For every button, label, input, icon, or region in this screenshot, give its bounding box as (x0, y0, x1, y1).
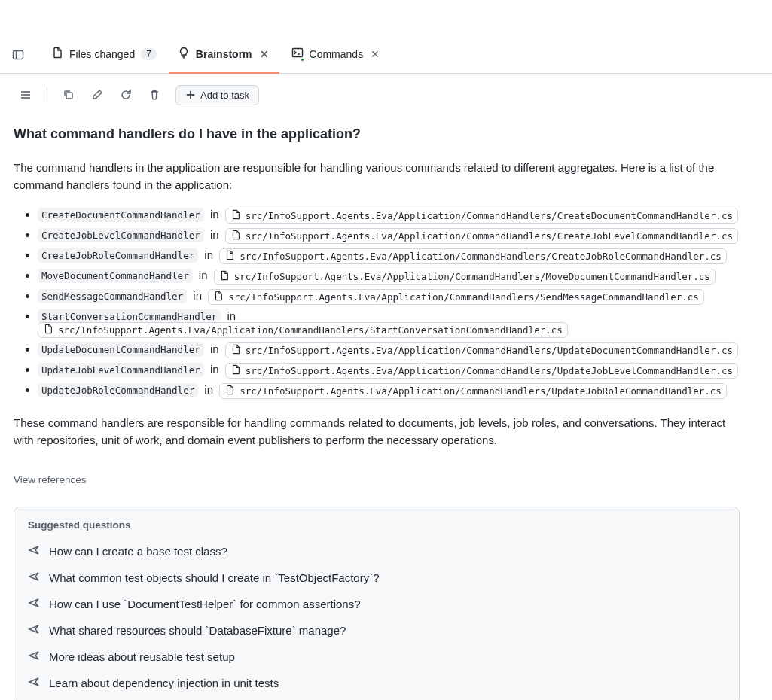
file-path: src/InfoSupport.Agents.Eva/Application/C… (58, 324, 563, 336)
lightbulb-icon (178, 47, 190, 61)
suggestion-text: How can I use `DocumentTestHelper` for c… (49, 598, 361, 610)
intro-paragraph: The command handlers in the application … (14, 159, 740, 194)
file-chip[interactable]: src/InfoSupport.Agents.Eva/Application/C… (208, 289, 704, 305)
suggestion-item[interactable]: More ideas about reusable test setup (28, 644, 725, 670)
outro-paragraph: These command handlers are responsible f… (14, 414, 740, 449)
file-icon (43, 324, 53, 336)
handler-item: UpdateDocumentCommandHandler in src/Info… (38, 342, 740, 358)
main-content: What command handlers do I have in the a… (0, 126, 753, 700)
copy-icon[interactable] (56, 83, 81, 107)
file-chip[interactable]: src/InfoSupport.Agents.Eva/Application/C… (38, 322, 568, 338)
suggestion-item[interactable]: How can I use `DocumentTestHelper` for c… (28, 591, 725, 617)
menu-icon[interactable] (14, 83, 38, 107)
handler-item: CreateJobRoleCommandHandler in src/InfoS… (38, 248, 740, 264)
file-chip[interactable]: src/InfoSupport.Agents.Eva/Application/C… (225, 228, 738, 244)
tab-bar: Files changed 7 Brainstorm ✕ Commands ✕ (0, 36, 772, 74)
handler-item: CreateDocumentCommandHandler in src/Info… (38, 208, 740, 224)
trash-icon[interactable] (142, 83, 166, 107)
handler-name: CreateDocumentCommandHandler (38, 208, 204, 222)
in-word: in (207, 228, 222, 241)
file-icon (224, 385, 235, 397)
handler-name: MoveDocumentCommandHandler (38, 269, 193, 283)
handler-item: UpdateJobRoleCommandHandler in src/InfoS… (38, 383, 740, 399)
tab-label: Brainstorm (196, 48, 252, 60)
in-word: in (207, 342, 222, 355)
handler-name: CreateJobLevelCommandHandler (38, 228, 204, 242)
file-icon (230, 209, 241, 222)
close-icon[interactable]: ✕ (258, 47, 270, 62)
file-icon (219, 270, 230, 283)
in-word: in (207, 363, 222, 376)
send-icon (28, 623, 40, 638)
view-references-link[interactable]: View references (14, 474, 87, 485)
edit-icon[interactable] (85, 83, 109, 107)
file-path: src/InfoSupport.Agents.Eva/Application/C… (246, 365, 733, 376)
file-chip[interactable]: src/InfoSupport.Agents.Eva/Application/C… (219, 248, 727, 264)
handler-name: UpdateJobLevelCommandHandler (38, 363, 204, 377)
suggestion-item[interactable]: What common test objects should I create… (28, 565, 725, 591)
file-path: src/InfoSupport.Agents.Eva/Application/C… (240, 385, 722, 397)
send-icon (28, 544, 40, 558)
file-icon (230, 344, 241, 357)
suggestion-item[interactable]: How can I create a base test class? (28, 538, 725, 565)
file-chip[interactable]: src/InfoSupport.Agents.Eva/Application/C… (225, 363, 738, 379)
send-icon (28, 571, 40, 585)
handler-item: CreateJobLevelCommandHandler in src/Info… (38, 228, 740, 244)
send-icon (28, 597, 40, 611)
handler-name: UpdateJobRoleCommandHandler (38, 383, 198, 397)
handler-item: StartConversationCommandHandler in src/I… (38, 309, 740, 338)
handler-name: StartConversationCommandHandler (38, 309, 221, 324)
file-chip[interactable]: src/InfoSupport.Agents.Eva/Application/C… (225, 342, 738, 358)
close-icon[interactable]: ✕ (369, 47, 381, 62)
suggestion-text: How can I create a base test class? (49, 545, 227, 558)
suggestion-text: What shared resources should `DatabaseFi… (49, 624, 346, 637)
tab-label: Files changed (69, 48, 135, 60)
svg-rect-8 (66, 93, 72, 99)
tab-brainstorm[interactable]: Brainstorm ✕ (169, 36, 279, 74)
file-chip[interactable]: src/InfoSupport.Agents.Eva/Application/C… (219, 383, 727, 399)
question-heading: What command handlers do I have in the a… (14, 126, 740, 142)
handlers-list: CreateDocumentCommandHandler in src/Info… (14, 208, 740, 399)
add-to-task-button[interactable]: Add to task (175, 85, 259, 105)
suggestion-text: What common test objects should I create… (49, 571, 380, 584)
svg-rect-4 (292, 49, 302, 57)
suggestion-text: Learn about dependency injection in unit… (49, 677, 279, 689)
toolbar: Add to task (0, 74, 772, 116)
in-word: in (201, 248, 216, 261)
handler-item: UpdateJobLevelCommandHandler in src/Info… (38, 363, 740, 379)
svg-rect-0 (14, 50, 23, 59)
suggested-questions-panel: Suggested questions How can I create a b… (14, 507, 740, 700)
suggestion-text: More ideas about reusable test setup (49, 650, 235, 663)
suggestions-title: Suggested questions (28, 519, 725, 531)
in-word: in (224, 309, 236, 322)
files-changed-count: 7 (141, 48, 157, 60)
panel-left-icon[interactable] (6, 43, 30, 67)
handler-name: SendMessageCommandHandler (38, 289, 187, 303)
in-word: in (201, 383, 216, 396)
send-icon (28, 650, 40, 664)
in-word: in (196, 269, 211, 282)
in-word: in (207, 208, 222, 221)
tab-label: Commands (310, 48, 364, 60)
button-label: Add to task (200, 90, 249, 101)
tab-commands[interactable]: Commands ✕ (282, 36, 391, 74)
file-path: src/InfoSupport.Agents.Eva/Application/C… (228, 291, 699, 303)
divider (47, 87, 47, 102)
file-icon (213, 291, 224, 303)
file-path: src/InfoSupport.Agents.Eva/Application/C… (246, 230, 733, 242)
file-path: src/InfoSupport.Agents.Eva/Application/C… (234, 271, 710, 282)
file-chip[interactable]: src/InfoSupport.Agents.Eva/Application/C… (225, 208, 738, 224)
file-icon (51, 47, 63, 61)
file-path: src/InfoSupport.Agents.Eva/Application/C… (246, 345, 733, 356)
refresh-icon[interactable] (114, 83, 138, 107)
file-chip[interactable]: src/InfoSupport.Agents.Eva/Application/C… (214, 269, 716, 285)
file-path: src/InfoSupport.Agents.Eva/Application/C… (246, 210, 733, 221)
handler-item: MoveDocumentCommandHandler in src/InfoSu… (38, 269, 740, 285)
suggestion-item[interactable]: Learn about dependency injection in unit… (28, 670, 725, 696)
file-icon (230, 364, 241, 377)
tab-files-changed[interactable]: Files changed 7 (42, 36, 166, 74)
send-icon (28, 676, 40, 690)
file-icon (224, 250, 235, 263)
terminal-icon (291, 47, 304, 61)
suggestion-item[interactable]: What shared resources should `DatabaseFi… (28, 617, 725, 644)
